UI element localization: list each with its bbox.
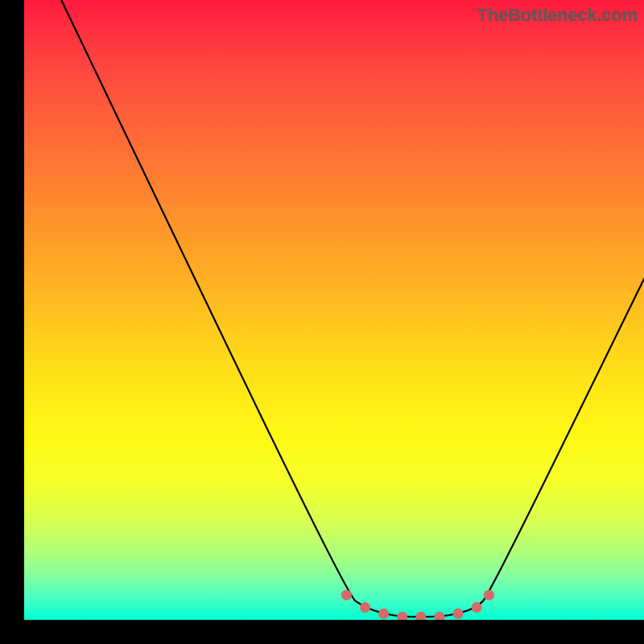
plot-area: TheBottleneck.com (24, 0, 644, 620)
bottleneck-curve (61, 0, 644, 617)
data-marker (397, 612, 407, 620)
data-marker (341, 590, 352, 601)
data-marker (434, 612, 444, 620)
data-marker (378, 609, 389, 619)
data-marker (484, 590, 494, 601)
axis-left-border (0, 0, 24, 644)
chart-container: TheBottleneck.com (0, 0, 644, 644)
data-marker (472, 602, 482, 613)
markers-group (341, 590, 494, 620)
curve-layer (24, 0, 644, 620)
data-marker (453, 609, 464, 619)
data-marker (415, 612, 426, 620)
axis-bottom-border (0, 620, 644, 644)
data-marker (360, 602, 370, 613)
